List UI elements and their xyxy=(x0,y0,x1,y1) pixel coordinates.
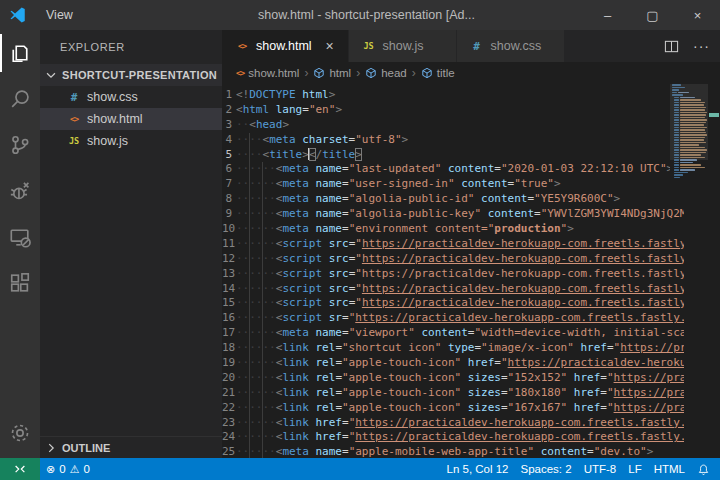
line-number[interactable]: 3 xyxy=(222,118,236,133)
line-number[interactable]: 14 xyxy=(222,282,236,297)
encoding-indicator[interactable]: UTF-8 xyxy=(578,458,623,480)
activity-search-icon[interactable] xyxy=(0,76,40,122)
line-number[interactable]: 22 xyxy=(222,401,236,416)
line-number[interactable]: 7 xyxy=(222,177,236,192)
whitespace-dots: ······ xyxy=(236,267,276,280)
line-number[interactable]: 12 xyxy=(222,252,236,267)
line-number[interactable]: 9 xyxy=(222,207,236,222)
code-line[interactable]: 6······<meta name="last-updated" content… xyxy=(222,162,684,177)
tab-show.css[interactable]: #show.css xyxy=(457,30,565,62)
maximize-button[interactable]: ▢ xyxy=(630,0,675,30)
eol-indicator[interactable]: LF xyxy=(622,458,647,480)
code-line[interactable]: 20······<link rel="apple-touch-icon" siz… xyxy=(222,371,684,386)
code-line[interactable]: 23······<link href="https://practicaldev… xyxy=(222,416,684,431)
explorer-title: EXPLORER xyxy=(40,30,222,64)
tab-show.js[interactable]: JSshow.js xyxy=(349,30,457,62)
code-line[interactable]: 25······<meta name="apple-mobile-web-app… xyxy=(222,445,684,458)
code-line[interactable]: 8······<meta name="algolia-public-id" co… xyxy=(222,192,684,207)
line-number[interactable]: 24 xyxy=(222,430,236,445)
activity-settings-gear-icon[interactable] xyxy=(0,410,40,456)
cursor-position-indicator[interactable]: Ln 5, Col 12 xyxy=(441,458,515,480)
indent-guide xyxy=(262,222,263,237)
code-line[interactable]: 13······<script src="https://practicalde… xyxy=(222,267,684,282)
code-line[interactable]: 9······<meta name="algolia-public-key" c… xyxy=(222,207,684,222)
breadcrumb-item-title[interactable]: title xyxy=(421,67,455,79)
line-content: ······<meta name="last-updated" content=… xyxy=(236,162,673,177)
code-line[interactable]: 24······<link href="https://practicaldev… xyxy=(222,430,684,445)
file-item-show.js[interactable]: JSshow.js xyxy=(40,130,222,152)
outline-section-header[interactable]: OUTLINE xyxy=(40,436,222,458)
line-number[interactable]: 25 xyxy=(222,445,236,458)
code-line[interactable]: 18······<link rel="shortcut icon" type="… xyxy=(222,341,684,356)
code-line[interactable]: 5····<title></title> xyxy=(222,148,684,163)
whitespace-dots: ······ xyxy=(236,386,276,399)
line-number[interactable]: 20 xyxy=(222,371,236,386)
activity-explorer-icon[interactable] xyxy=(0,30,40,76)
breadcrumb-item-html[interactable]: html xyxy=(313,67,351,79)
folder-header-shortcut-presentation[interactable]: SHORTCUT-PRESENTATION xyxy=(40,64,222,86)
code-line[interactable]: 3··<head> xyxy=(222,118,684,133)
activity-debug-icon[interactable] xyxy=(0,168,40,214)
line-number[interactable]: 15 xyxy=(222,296,236,311)
code-line[interactable]: 21······<link rel="apple-touch-icon" siz… xyxy=(222,386,684,401)
minimize-button[interactable]: – xyxy=(585,0,630,30)
split-editor-icon[interactable] xyxy=(664,39,679,54)
line-number[interactable]: 1 xyxy=(222,88,236,103)
breadcrumb-item-head[interactable]: head xyxy=(365,67,407,79)
code-line[interactable]: 17······<meta name="viewport" content="w… xyxy=(222,326,684,341)
code-line[interactable]: 15······<script src="https://practicalde… xyxy=(222,296,684,311)
code-line[interactable]: 19······<link rel="apple-touch-icon" hre… xyxy=(222,356,684,371)
line-number[interactable]: 17 xyxy=(222,326,236,341)
line-number[interactable]: 2 xyxy=(222,103,236,118)
code-line[interactable]: 16······<script sr="https://practicaldev… xyxy=(222,311,684,326)
notifications-bell-icon[interactable] xyxy=(691,458,720,480)
tab-close-icon[interactable]: × xyxy=(322,38,338,54)
line-number[interactable]: 21 xyxy=(222,386,236,401)
line-number[interactable]: 10 xyxy=(222,222,236,237)
code-line[interactable]: 14······<script src="https://practicalde… xyxy=(222,282,684,297)
breadcrumb-label: html xyxy=(329,67,351,79)
activity-source-control-icon[interactable] xyxy=(0,122,40,168)
remote-indicator[interactable] xyxy=(0,458,40,480)
line-content: ······<meta name="algolia-public-key" co… xyxy=(236,207,684,222)
tab-show.html[interactable]: <>show.html× xyxy=(222,30,349,62)
line-number[interactable]: 19 xyxy=(222,356,236,371)
code-line[interactable]: 22······<link rel="apple-touch-icon" siz… xyxy=(222,401,684,416)
line-content: ······<link rel="apple-touch-icon" href=… xyxy=(236,356,684,371)
line-number[interactable]: 16 xyxy=(222,311,236,326)
breadcrumb-label: title xyxy=(437,67,455,79)
indent-guide xyxy=(249,326,250,341)
line-number[interactable]: 18 xyxy=(222,341,236,356)
line-number[interactable]: 5 xyxy=(222,148,236,163)
line-content: ····<meta charset="utf-8"> xyxy=(236,133,408,148)
line-number[interactable]: 8 xyxy=(222,192,236,207)
line-number[interactable]: 23 xyxy=(222,416,236,431)
code-line[interactable]: 10······<meta name="environment content=… xyxy=(222,222,684,237)
close-button[interactable]: × xyxy=(675,0,720,30)
breadcrumb-item-show.html[interactable]: <>show.html xyxy=(236,67,299,79)
line-number[interactable]: 4 xyxy=(222,133,236,148)
code-line[interactable]: 1<!DOCTYPE html> xyxy=(222,88,684,103)
line-number[interactable]: 6 xyxy=(222,162,236,177)
whitespace-dots: ······ xyxy=(236,311,276,324)
line-number[interactable]: 11 xyxy=(222,237,236,252)
minimap-slider[interactable] xyxy=(670,84,708,160)
overview-ruler-scrollbar[interactable] xyxy=(708,84,720,458)
line-number[interactable]: 13 xyxy=(222,267,236,282)
code-editor[interactable]: 1<!DOCTYPE html>2<html lang="en">3··<hea… xyxy=(222,84,720,458)
code-line[interactable]: 11······<script src="https://practicalde… xyxy=(222,237,684,252)
code-line[interactable]: 12······<script src="https://practicalde… xyxy=(222,252,684,267)
more-actions-icon[interactable]: ··· xyxy=(689,38,714,54)
language-indicator[interactable]: HTML xyxy=(648,458,691,480)
code-line[interactable]: 2<html lang="en"> xyxy=(222,103,684,118)
menu-view[interactable]: View xyxy=(37,0,106,30)
indentation-indicator[interactable]: Spaces: 2 xyxy=(515,458,578,480)
file-item-show.html[interactable]: <>show.html xyxy=(40,108,222,130)
problems-indicator[interactable]: ⊗ 0 ⚠ 0 xyxy=(40,458,96,480)
code-line[interactable]: 4····<meta charset="utf-8"> xyxy=(222,133,684,148)
file-item-show.css[interactable]: #show.css xyxy=(40,86,222,108)
whitespace-dots: ······ xyxy=(236,237,276,250)
activity-extensions-icon[interactable] xyxy=(0,260,40,306)
code-line[interactable]: 7······<meta name="user-signed-in" conte… xyxy=(222,177,684,192)
activity-remote-explorer-icon[interactable] xyxy=(0,214,40,260)
